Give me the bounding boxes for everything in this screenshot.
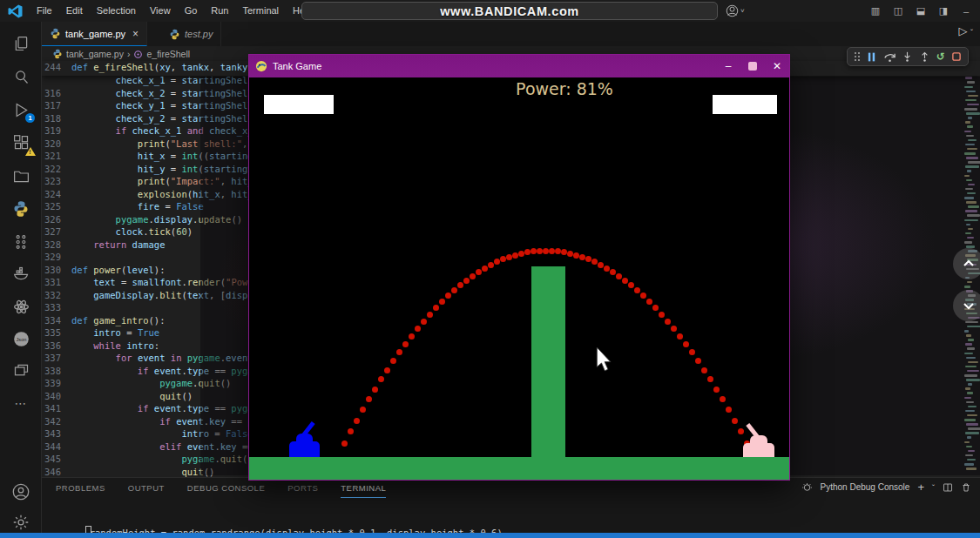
menu-item-go[interactable]: Go	[178, 0, 205, 22]
account-button[interactable]	[0, 477, 42, 507]
shell-dot	[427, 312, 433, 318]
window-minimize-button[interactable]: –	[957, 6, 975, 17]
code-line-335: 335 intro = True	[42, 326, 159, 340]
toolbar-drag-grip[interactable]	[854, 51, 860, 62]
python-file-icon	[50, 28, 61, 39]
minimap-line	[966, 446, 972, 448]
panel-tab-output[interactable]: OUTPUT	[128, 478, 165, 498]
kill-terminal-icon[interactable]	[961, 482, 971, 493]
code-line-318: 318 check_y_2 = startingShell	[42, 112, 253, 125]
toggle-panel-icon[interactable]: ⬓	[912, 5, 929, 17]
step-over-button[interactable]	[883, 50, 896, 64]
terminal-dropdown-icon[interactable]: ˇ	[932, 483, 935, 492]
run-dropdown-icon[interactable]: ˇ	[970, 28, 973, 37]
tank-game-window[interactable]: Tank Game – ✕ Power: 81%	[248, 54, 790, 481]
tank-body	[289, 441, 320, 457]
sidebar-item-react[interactable]	[0, 292, 42, 321]
sidebar-item-windows[interactable]	[0, 355, 42, 385]
sidebar-item-remote-explorer[interactable]	[0, 161, 42, 191]
panel-tab-problems[interactable]: PROBLEMS	[56, 478, 105, 498]
shell-dot	[652, 305, 659, 311]
scroll-down-button[interactable]	[953, 290, 980, 321]
account-menu[interactable]: ˅	[726, 0, 745, 22]
minimap-line	[968, 406, 977, 408]
breadcrumb-symbol[interactable]: e_fireShell	[146, 49, 190, 59]
minimap-line	[965, 454, 973, 457]
code-line-342: 342 if event.key == p	[42, 415, 253, 428]
menu-item-terminal[interactable]: Terminal	[236, 0, 287, 22]
tab-close-icon[interactable]: ×	[132, 28, 139, 40]
shell-dot	[396, 349, 402, 355]
code-line-332: 332 gameDisplay.blit(text, [displ	[42, 289, 253, 302]
sidebar-item-docker[interactable]	[0, 259, 42, 288]
breadcrumb[interactable]: tank_game.py › e_fireShell	[52, 47, 190, 61]
sidebar-item-extensions[interactable]	[0, 128, 42, 158]
stop-button[interactable]	[951, 51, 962, 62]
menu-item-edit[interactable]: Edit	[59, 0, 90, 22]
tank-body	[743, 443, 774, 457]
scroll-up-button[interactable]	[953, 248, 980, 279]
new-terminal-button[interactable]: +	[917, 481, 924, 494]
game-close-button[interactable]: ✕	[765, 60, 789, 72]
tab-label: tank_game.py	[65, 29, 125, 39]
health-bar-right	[713, 95, 777, 114]
pause-button[interactable]	[866, 51, 877, 63]
game-scene: Power: 81%	[249, 77, 789, 480]
menu-item-file[interactable]: File	[30, 0, 59, 22]
sidebar-item-explorer[interactable]	[0, 29, 42, 58]
secondary-sidebar-icon[interactable]: ◨	[935, 5, 952, 17]
minimap-line	[968, 427, 980, 430]
shell-dot	[488, 262, 494, 268]
sidebar-item-test-explorer[interactable]	[0, 227, 42, 257]
game-maximize-button[interactable]	[748, 62, 757, 71]
panel-tab-terminal[interactable]: TERMINAL	[341, 478, 386, 498]
menu-item-selection[interactable]: Selection	[90, 0, 143, 22]
shell-dot	[470, 273, 476, 279]
step-into-button[interactable]	[902, 51, 913, 63]
menu-item-view[interactable]: View	[143, 0, 178, 22]
code-line-334: 334def game_intro():	[42, 314, 165, 327]
sidebar-item-search[interactable]	[0, 62, 42, 91]
shell-dot	[591, 259, 598, 265]
minimap-line	[965, 432, 979, 434]
shell-dot	[372, 387, 378, 393]
minimap-line	[964, 463, 974, 466]
minimap-line	[966, 157, 978, 159]
sidebar-item-python[interactable]	[0, 194, 42, 224]
more-views-button[interactable]: ⋯	[0, 388, 42, 418]
breadcrumb-file[interactable]: tank_game.py	[66, 49, 124, 59]
step-out-button[interactable]	[919, 51, 930, 63]
minimap-line	[965, 165, 979, 168]
restart-button[interactable]: ↺	[936, 48, 945, 65]
python-file-icon	[169, 29, 180, 40]
split-terminal-icon[interactable]	[943, 482, 953, 493]
tab-tank-game-py[interactable]: tank_game.py×	[42, 22, 147, 46]
menu-item-run[interactable]: Run	[204, 0, 235, 22]
shell-dot	[616, 273, 622, 279]
game-titlebar[interactable]: Tank Game – ✕	[249, 55, 789, 77]
minimap-line	[967, 326, 980, 328]
minimap-line	[964, 397, 971, 400]
split-editor-icon[interactable]: ◫	[889, 5, 907, 17]
minimap-line	[964, 330, 969, 333]
shell-dot	[579, 254, 585, 260]
code-line-323: 323 print("Impact:", hit_	[42, 175, 253, 188]
panel-tab-debug-console[interactable]: DEBUG CONSOLE	[187, 478, 265, 498]
code-line-328: 328 return damage	[42, 239, 166, 252]
game-minimize-button[interactable]: –	[716, 60, 740, 72]
shell-dot	[537, 248, 543, 254]
code-line-327: 327 clock.tick(60)	[42, 225, 193, 239]
sidebar-item-run-debug[interactable]: 1	[0, 95, 42, 124]
tab-test-py[interactable]: test.py	[161, 22, 221, 46]
minimap-line	[965, 366, 977, 368]
bottom-panel: PROBLEMSOUTPUTDEBUG CONSOLEPORTSTERMINAL…	[42, 477, 980, 533]
customize-layout-icon[interactable]: ▥	[867, 5, 884, 17]
code-line-330: 330def power(level):	[42, 264, 166, 277]
sidebar-item-json[interactable]: Json	[0, 324, 42, 353]
code-line-346: 346 quit()	[42, 466, 214, 478]
code-line-317: 317 check_y_1 = startingShell	[42, 99, 253, 112]
run-python-button[interactable]: ▷ ˇ	[958, 24, 973, 37]
shell-dot	[524, 249, 531, 255]
panel-tab-ports[interactable]: PORTS	[287, 478, 318, 498]
minimap-line	[968, 228, 973, 231]
